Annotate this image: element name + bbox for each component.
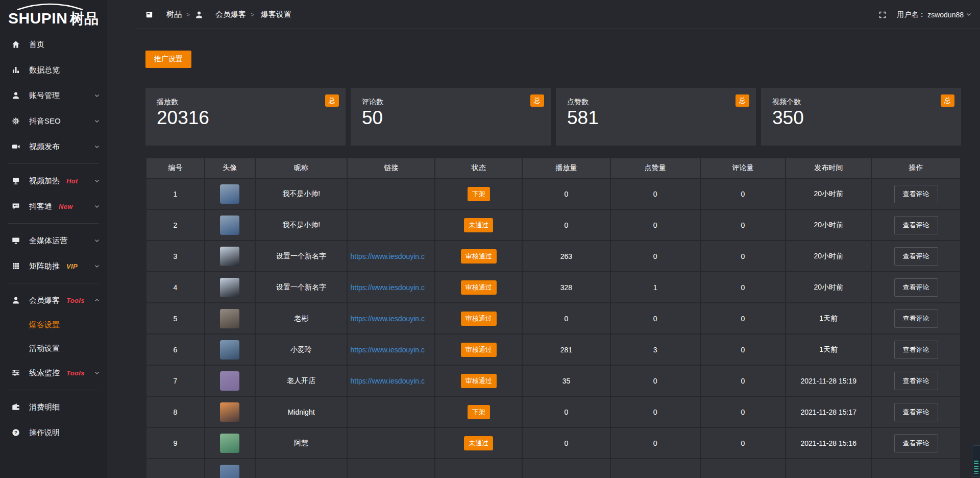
breadcrumb-item-home[interactable]: 树品 <box>145 10 182 19</box>
sidebar-item-label: 消费明细 <box>29 402 60 412</box>
sidebar-subitem-活动设置[interactable]: 活动设置 <box>0 337 107 360</box>
status-cell: 审核通过 <box>435 272 522 303</box>
sidebar-item-线索监控[interactable]: 线索监控Tools <box>0 360 107 386</box>
sidebar-item-label: 会员爆客 <box>29 296 60 305</box>
sidebar-item-账号管理[interactable]: 账号管理 <box>0 83 107 108</box>
avatar-cell <box>205 209 255 241</box>
video-link[interactable]: https://www.iesdouyin.c <box>347 334 435 365</box>
scroll-widget[interactable] <box>972 445 980 477</box>
status-badge: 审核通过 <box>461 343 497 357</box>
publish-time-cell: 20小时前 <box>786 241 871 272</box>
action-cell <box>871 459 961 478</box>
sidebar-item-会员爆客[interactable]: 会员爆客Tools <box>0 288 107 313</box>
status-cell: 审核通过 <box>435 303 522 334</box>
breadcrumb-item-current: 爆客设置 <box>261 10 291 19</box>
table-row: 9阿慧未通过0002021-11-28 15:16查看评论 <box>146 427 961 459</box>
fullscreen-icon[interactable] <box>878 11 887 19</box>
table-row: 7老人开店https://www.iesdouyin.c审核通过35002021… <box>146 365 961 396</box>
promo-settings-button[interactable]: 推广设置 <box>145 51 191 68</box>
sidebar-item-全媒体运营[interactable]: 全媒体运营 <box>0 228 107 253</box>
column-header-操作: 操作 <box>871 158 961 178</box>
view-comments-button[interactable]: 查看评论 <box>894 309 938 328</box>
avatar <box>220 278 239 297</box>
breadcrumb-separator: > <box>186 11 190 18</box>
publish-time-cell <box>786 459 871 478</box>
logo-cjk-text: 树品 <box>70 9 99 29</box>
status-cell: 审核通过 <box>435 334 522 365</box>
avatar-cell <box>205 396 255 427</box>
video-icon <box>11 142 22 151</box>
sidebar-item-矩阵助推[interactable]: 矩阵助推VIP <box>0 253 107 279</box>
username-value: zswodun88 <box>927 11 964 19</box>
action-cell: 查看评论 <box>871 365 961 396</box>
likes-cell: 0 <box>610 303 700 334</box>
avatar-cell <box>205 272 255 303</box>
comments-cell: 0 <box>700 303 786 334</box>
avatar-cell <box>205 365 255 396</box>
chevron-down-icon <box>94 370 100 376</box>
stat-value: 350 <box>772 107 950 129</box>
view-comments-button[interactable]: 查看评论 <box>894 372 938 390</box>
sidebar-item-抖音SEO[interactable]: 抖音SEO <box>0 108 107 134</box>
user-icon <box>11 296 22 305</box>
action-cell: 查看评论 <box>871 334 961 365</box>
column-header-编号: 编号 <box>146 158 205 178</box>
likes-cell: 0 <box>610 427 700 459</box>
status-badge: 未通过 <box>464 436 493 450</box>
view-comments-button[interactable]: 查看评论 <box>894 341 938 359</box>
user-icon <box>11 91 22 100</box>
row-number-cell: 8 <box>146 396 205 427</box>
sidebar-item-操作说明[interactable]: ?操作说明 <box>0 420 107 445</box>
chevron-down-icon <box>94 263 100 269</box>
stat-label: 评论数 <box>362 98 540 107</box>
sidebar-item-视频加热[interactable]: 视频加热Hot <box>0 168 107 194</box>
table-row <box>146 459 961 478</box>
sidebar-item-抖客通[interactable]: 抖客通New <box>0 194 107 219</box>
view-comments-button[interactable]: 查看评论 <box>894 216 938 234</box>
video-link[interactable]: https://www.iesdouyin.c <box>347 365 435 396</box>
video-link[interactable]: https://www.iesdouyin.c <box>347 272 435 303</box>
view-comments-button[interactable]: 查看评论 <box>894 434 938 452</box>
breadcrumb-label: 爆客设置 <box>261 10 291 19</box>
total-badge: 总 <box>736 94 749 107</box>
sidebar-item-视频发布[interactable]: 视频发布 <box>0 134 107 159</box>
sidebar-item-消费明细[interactable]: 消费明细 <box>0 394 107 420</box>
sidebar-divider <box>8 283 99 283</box>
chevron-down-icon <box>94 237 100 244</box>
view-comments-button[interactable]: 查看评论 <box>894 185 938 203</box>
avatar-cell <box>205 178 255 209</box>
plays-cell: 0 <box>522 427 610 459</box>
stat-value: 581 <box>567 107 745 129</box>
row-number-cell: 2 <box>146 209 205 241</box>
sidebar-subitem-爆客设置[interactable]: 爆客设置 <box>0 313 107 337</box>
sidebar-menu: 首页数据总览账号管理抖音SEO视频发布视频加热Hot抖客通New全媒体运营矩阵助… <box>0 32 107 445</box>
view-comments-button[interactable]: 查看评论 <box>894 247 938 266</box>
column-header-状态: 状态 <box>435 158 522 178</box>
video-link[interactable]: https://www.iesdouyin.c <box>347 303 435 334</box>
plays-cell <box>522 459 610 478</box>
view-comments-button[interactable]: 查看评论 <box>894 278 938 297</box>
video-link <box>347 396 435 427</box>
video-link <box>347 178 435 209</box>
stat-cards: 播放数 20316 总 评论数 50 总 点赞数 581 总 视频个数 350 … <box>145 88 961 146</box>
view-comments-button[interactable]: 查看评论 <box>894 403 938 421</box>
nickname-cell: Midnight <box>255 396 348 427</box>
comments-cell: 0 <box>700 209 786 241</box>
sidebar-item-首页[interactable]: 首页 <box>0 32 107 57</box>
comments-cell: 0 <box>700 241 786 272</box>
publish-time-cell: 2021-11-28 15:19 <box>786 365 871 396</box>
status-badge: 审核通过 <box>461 249 497 264</box>
status-badge: 审核通过 <box>461 374 497 388</box>
row-number-cell: 7 <box>146 365 205 396</box>
publish-time-cell: 20小时前 <box>786 209 871 241</box>
breadcrumb-item-member[interactable]: 会员爆客 <box>194 10 246 19</box>
gear-icon <box>11 116 22 126</box>
video-link[interactable]: https://www.iesdouyin.c <box>347 241 435 272</box>
avatar-cell <box>205 303 255 334</box>
user-menu[interactable]: 用户名：zswodun88 <box>897 10 972 19</box>
nickname-cell: 老彬 <box>255 303 348 334</box>
publish-time-cell: 1天前 <box>786 334 871 365</box>
sidebar-item-数据总览[interactable]: 数据总览 <box>0 57 107 83</box>
plays-cell: 281 <box>522 334 610 365</box>
avatar <box>220 465 239 478</box>
